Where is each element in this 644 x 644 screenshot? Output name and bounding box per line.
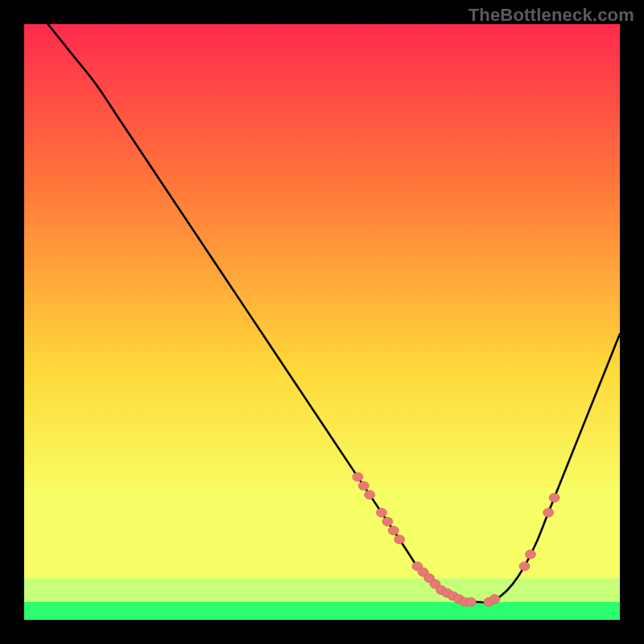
highlight-dot <box>358 481 369 490</box>
chart-frame: TheBottleneck.com <box>0 0 644 644</box>
highlight-dot <box>388 526 398 535</box>
highlight-dot <box>466 597 477 606</box>
band <box>24 602 620 620</box>
highlight-dot <box>377 508 387 517</box>
highlight-dot <box>353 473 363 481</box>
highlight-dot <box>365 490 375 499</box>
highlight-dot <box>394 535 405 544</box>
highlight-dot <box>519 562 530 571</box>
highlight-dot <box>489 595 500 604</box>
band <box>24 578 620 602</box>
watermark-text: TheBottleneck.com <box>469 5 634 26</box>
highlight-dot <box>382 517 393 526</box>
highlight-dot <box>543 508 554 517</box>
highlight-dot <box>526 550 536 559</box>
highlight-dot <box>549 493 559 502</box>
band <box>24 489 620 578</box>
bottleneck-chart <box>24 24 620 620</box>
plot-area <box>24 24 620 620</box>
